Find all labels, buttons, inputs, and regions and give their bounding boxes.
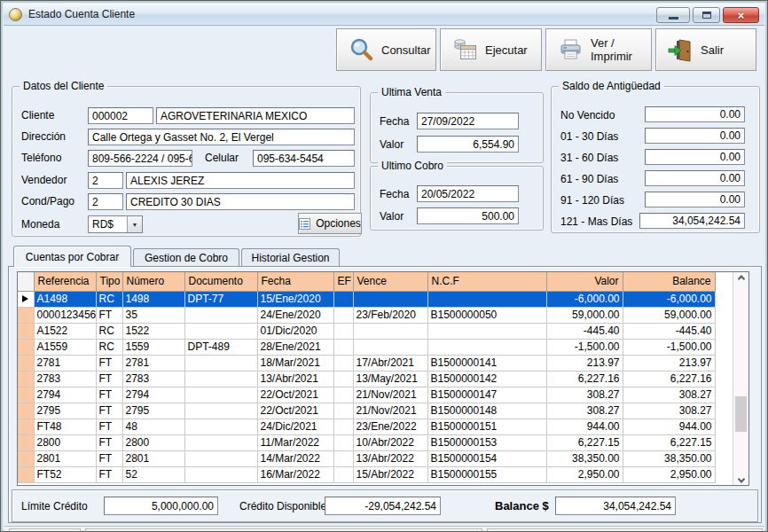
table-cell[interactable]: 2801: [34, 450, 96, 466]
column-header[interactable]: Tipo: [96, 272, 122, 291]
table-cell[interactable]: [184, 307, 257, 323]
tab-gestion-de-cobro[interactable]: Gestion de Cobro: [133, 248, 239, 267]
table-cell[interactable]: -1,500.00: [623, 339, 715, 355]
table-row[interactable]: 2801FT280114/Mar/202213/Abr/2022B1500000…: [18, 450, 715, 466]
column-header[interactable]: N.C.F: [427, 272, 546, 291]
table-cell[interactable]: 2795: [122, 403, 184, 419]
table-cell[interactable]: DPT-489: [184, 339, 257, 355]
aging-value-field[interactable]: 0.00: [645, 106, 745, 122]
row-selector[interactable]: [18, 434, 34, 450]
table-cell[interactable]: [184, 355, 257, 371]
table-cell[interactable]: 213.97: [546, 355, 623, 371]
table-cell[interactable]: 2795: [34, 403, 96, 419]
celular-field[interactable]: 095-634-5454: [253, 150, 355, 167]
table-row[interactable]: 2795FT279522/Oct/202121/Nov/2021B1500000…: [18, 403, 715, 419]
table-cell[interactable]: FT: [96, 371, 122, 387]
table-cell[interactable]: 23/Ene/2022: [353, 419, 427, 434]
column-header[interactable]: Valor: [546, 272, 623, 291]
table-row[interactable]: FT52FT5216/Mar/202215/Abr/2022B150000015…: [18, 466, 715, 482]
table-cell[interactable]: [184, 387, 257, 403]
table-cell[interactable]: [333, 291, 353, 307]
table-cell[interactable]: [184, 450, 257, 466]
column-header[interactable]: Fecha: [257, 272, 333, 291]
table-cell[interactable]: [333, 307, 353, 323]
table-cell[interactable]: [333, 450, 353, 466]
table-cell[interactable]: -1,500.00: [546, 339, 623, 355]
table-cell[interactable]: 59,000.00: [623, 307, 715, 323]
table-cell[interactable]: FT: [96, 419, 122, 434]
row-selector[interactable]: [18, 339, 34, 355]
cliente-code-field[interactable]: 000002: [88, 107, 153, 124]
table-cell[interactable]: RC: [96, 323, 122, 339]
table-row[interactable]: A1498RC1498DPT-7715/Ene/2020-6,000.00-6,…: [18, 291, 715, 307]
table-row[interactable]: FT48FT4824/Dic/202123/Ene/2022B150000015…: [18, 419, 715, 434]
table-cell[interactable]: B1500000142: [427, 371, 546, 387]
table-cell[interactable]: 17/Abr/2021: [353, 355, 427, 371]
table-row[interactable]: A1522RC152201/Dic/2020-445.40-445.40: [18, 323, 715, 339]
table-cell[interactable]: [333, 466, 353, 482]
table-cell[interactable]: B1500000151: [427, 419, 546, 434]
table-cell[interactable]: 15/Ene/2020: [257, 291, 333, 307]
column-header[interactable]: Balance: [623, 272, 715, 291]
table-cell[interactable]: B1500000153: [427, 434, 546, 450]
table-cell[interactable]: A1498: [34, 291, 96, 307]
table-cell[interactable]: RC: [96, 339, 122, 355]
table-cell[interactable]: [333, 323, 353, 339]
table-cell[interactable]: [353, 291, 427, 307]
table-cell[interactable]: [333, 371, 353, 387]
table-cell[interactable]: B1500000148: [427, 403, 546, 419]
table-cell[interactable]: [184, 371, 257, 387]
cobro-fecha-field[interactable]: 20/05/2022: [417, 185, 519, 202]
table-cell[interactable]: FT: [96, 434, 122, 450]
aging-value-field[interactable]: 0.00: [645, 170, 745, 186]
aging-value-field[interactable]: 0.00: [645, 128, 745, 144]
table-cell[interactable]: 6,227.15: [546, 434, 623, 450]
table-cell[interactable]: 2781: [34, 355, 96, 371]
table-cell[interactable]: FT: [96, 450, 122, 466]
table-cell[interactable]: [184, 403, 257, 419]
table-cell[interactable]: 21/Nov/2021: [353, 403, 427, 419]
table-cell[interactable]: 38,350.00: [546, 450, 623, 466]
table-cell[interactable]: 944.00: [623, 419, 715, 434]
table-cell[interactable]: B1500000154: [427, 450, 546, 466]
table-cell[interactable]: 2783: [122, 371, 184, 387]
table-row[interactable]: 2794FT279422/Oct/202121/Nov/2021B1500000…: [18, 387, 715, 403]
minimize-button[interactable]: [656, 7, 690, 23]
table-cell[interactable]: [333, 403, 353, 419]
row-selector[interactable]: [18, 355, 34, 371]
table-cell[interactable]: 1498: [122, 291, 184, 307]
table-cell[interactable]: [184, 323, 257, 339]
table-cell[interactable]: [333, 339, 353, 355]
row-selector[interactable]: [18, 466, 34, 482]
table-cell[interactable]: [353, 339, 427, 355]
table-cell[interactable]: 11/Mar/2022: [257, 434, 333, 450]
table-cell[interactable]: B1500000141: [427, 355, 546, 371]
direccion-field[interactable]: Calle Ortega y Gasset No. 2, El Vergel: [88, 129, 355, 145]
table-cell[interactable]: 16/Mar/2022: [257, 466, 333, 482]
table-cell[interactable]: FT48: [34, 419, 96, 434]
table-cell[interactable]: 35: [122, 307, 184, 323]
table-cell[interactable]: 2,950.00: [546, 466, 623, 482]
column-header[interactable]: Documento: [184, 272, 257, 291]
opciones-button[interactable]: Opciones: [298, 213, 362, 234]
cobro-valor-field[interactable]: 500.00: [417, 207, 519, 224]
table-cell[interactable]: 13/Abr/2022: [353, 450, 427, 466]
table-cell[interactable]: [427, 323, 546, 339]
telefono-field[interactable]: 809-566-2224 / 095-662: [88, 150, 192, 167]
table-cell[interactable]: FT52: [34, 466, 96, 482]
table-row[interactable]: 2783FT278313/Abr/202113/May/2021B1500000…: [18, 371, 715, 387]
table-cell[interactable]: 13/May/2021: [353, 371, 427, 387]
column-header[interactable]: Número: [122, 272, 184, 291]
table-cell[interactable]: [333, 387, 353, 403]
table-cell[interactable]: DPT-77: [184, 291, 257, 307]
table-cell[interactable]: FT: [96, 466, 122, 482]
condpago-code-field[interactable]: 2: [88, 193, 123, 210]
table-cell[interactable]: 13/Abr/2021: [257, 371, 333, 387]
table-cell[interactable]: FT: [96, 403, 122, 419]
row-selector[interactable]: [18, 323, 34, 339]
table-cell[interactable]: 6,227.16: [546, 371, 623, 387]
table-cell[interactable]: 0000123456: [34, 307, 96, 323]
table-cell[interactable]: FT: [96, 355, 122, 371]
scroll-up-button[interactable]: [733, 272, 748, 287]
vertical-scrollbar[interactable]: [733, 272, 748, 485]
